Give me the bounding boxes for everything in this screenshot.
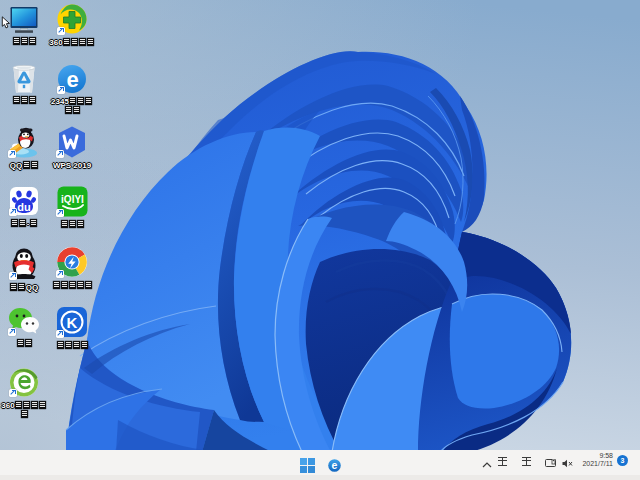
- svg-text:iQIYI: iQIYI: [61, 194, 84, 205]
- svg-text:e: e: [66, 67, 78, 92]
- svg-text:K: K: [67, 314, 78, 331]
- svg-text:e: e: [332, 459, 338, 471]
- svg-text:du: du: [17, 201, 30, 213]
